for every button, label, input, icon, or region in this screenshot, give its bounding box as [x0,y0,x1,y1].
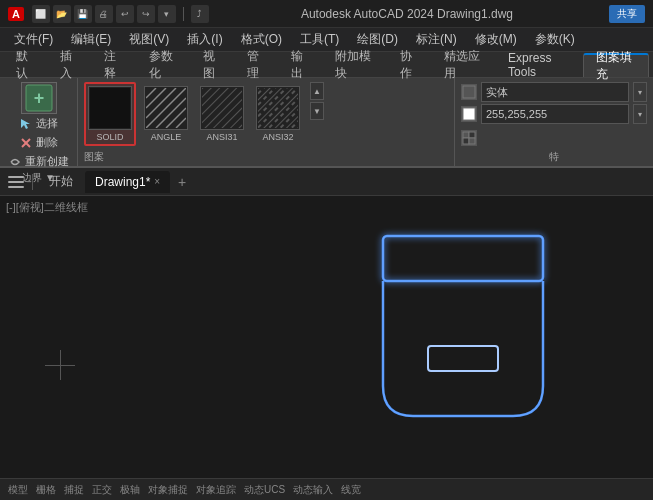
solid-label: SOLID [96,132,123,142]
tab-featured[interactable]: 精选应用 [432,53,496,77]
ribbon: + 选择 删除 重新创建 [0,78,653,168]
status-osnap[interactable]: 对象捕捉 [148,483,188,497]
app-title: Autodesk AutoCAD 2024 Drawing1.dwg [209,7,605,21]
type-row: ▾ [461,82,647,102]
status-grid[interactable]: 栅格 [36,483,56,497]
svg-rect-26 [383,236,543,281]
tab-collab[interactable]: 协作 [388,53,432,77]
properties-label: 特 [461,150,647,166]
svg-rect-14 [202,88,242,128]
svg-rect-19 [463,108,475,120]
color-input[interactable] [481,104,629,124]
tab-start-label: 开始 [49,173,73,190]
title-bar-icons: ⬜ 📂 💾 🖨 ↩ ↪ ▾ ⤴ [32,5,209,23]
tab-pattern-fill[interactable]: 图案填充 [583,53,649,77]
svg-rect-17 [258,88,298,128]
pattern-label: 图案 [84,150,448,166]
title-bar: A ⬜ 📂 💾 🖨 ↩ ↪ ▾ ⤴ Autodesk AutoCAD 2024 … [0,0,653,28]
pattern-ansi32[interactable]: ANSI32 [252,82,304,146]
pattern-items: SOLID ANGLE [84,82,448,148]
tab-start[interactable]: 开始 [39,169,83,194]
recreate-label: 重新创建 [25,154,69,169]
tab-insert[interactable]: 插入 [48,53,92,77]
close-drawing1-icon[interactable]: × [154,176,160,187]
tab-parametric[interactable]: 参数化 [137,53,191,77]
status-otrack[interactable]: 对象追踪 [196,483,236,497]
redo-icon[interactable]: ↪ [137,5,155,23]
menu-params[interactable]: 参数(K) [527,29,583,51]
status-polar[interactable]: 极轴 [120,483,140,497]
menu-bar: 文件(F) 编辑(E) 视图(V) 插入(I) 格式(O) 工具(T) 绘图(D… [0,28,653,52]
ansi32-thumb [256,86,300,130]
pattern-section: SOLID ANGLE [78,78,454,166]
status-lineweight[interactable]: 线宽 [341,483,361,497]
status-dynin[interactable]: 动态输入 [293,483,333,497]
drawing-svg [353,216,573,446]
tab-default[interactable]: 默认 [4,53,48,77]
delete-tool-row: 删除 [15,133,62,152]
ansi32-label: ANSI32 [262,132,293,142]
svg-marker-2 [21,119,30,129]
tab-drawing1[interactable]: Drawing1* × [85,171,170,193]
launch-icon[interactable]: ⤴ [191,5,209,23]
select-icon [19,117,33,131]
share-button[interactable]: 共享 [609,5,645,23]
snap-section: + 选择 删除 重新创建 [0,78,78,166]
pattern-angle[interactable]: ANGLE [140,82,192,146]
svg-rect-5 [90,88,130,128]
tab-manage[interactable]: 管理 [235,53,279,77]
svg-line-12 [176,118,186,128]
more-icon[interactable]: ▾ [158,5,176,23]
undo-icon[interactable]: ↩ [116,5,134,23]
status-snap[interactable]: 捕捉 [64,483,84,497]
main-drawing [353,216,573,449]
new-icon[interactable]: ⬜ [32,5,50,23]
svg-line-11 [166,108,186,128]
color-row: ▾ [461,104,647,124]
title-bar-left: A ⬜ 📂 💾 🖨 ↩ ↪ ▾ ⤴ [8,5,209,23]
hamburger-menu[interactable] [6,172,26,192]
extra-icons-row [461,130,647,146]
scroll-up-button[interactable]: ▲ [310,82,324,100]
color-dropdown-arrow[interactable]: ▾ [633,104,647,124]
svg-line-9 [146,88,156,98]
tab-view[interactable]: 视图 [191,53,235,77]
svg-line-8 [146,88,166,108]
type-input[interactable] [481,82,629,102]
doc-tabs: 开始 Drawing1* × + [0,168,653,196]
select-button[interactable]: 选择 [15,114,62,133]
svg-text:+: + [33,88,44,108]
svg-rect-18 [463,86,475,98]
svg-rect-23 [469,138,475,144]
print-icon[interactable]: 🖨 [95,5,113,23]
open-icon[interactable]: 📂 [53,5,71,23]
tab-output[interactable]: 输出 [279,53,323,77]
pattern-scroll: ▲ ▼ [310,82,324,120]
angle-thumb [144,86,188,130]
pattern-solid[interactable]: SOLID [84,82,136,146]
delete-label: 删除 [36,135,58,150]
type-dropdown-arrow[interactable]: ▾ [633,82,647,102]
tab-express-tools[interactable]: Express Tools [496,53,583,77]
delete-button[interactable]: 删除 [15,133,62,152]
snap-pick-button[interactable]: + [21,82,57,114]
select-tool-row: 选择 [15,114,62,133]
status-ortho[interactable]: 正交 [92,483,112,497]
canvas-area: [-][俯视]二维线框 [0,196,653,478]
status-model[interactable]: 模型 [8,483,28,497]
recreate-icon [8,155,22,169]
new-tab-button[interactable]: + [172,172,192,192]
crosshair-vertical [60,350,61,380]
scroll-down-button[interactable]: ▼ [310,102,324,120]
extra-icon-1[interactable] [461,130,477,146]
ansi31-thumb [200,86,244,130]
properties-section: ▾ ▾ 特 [454,78,653,166]
ansi31-label: ANSI31 [206,132,237,142]
select-label: 选择 [36,116,58,131]
pattern-ansi31[interactable]: ANSI31 [196,82,248,146]
status-dynucs[interactable]: 动态UCS [244,483,285,497]
svg-line-6 [146,88,186,128]
tab-addons[interactable]: 附加模块 [323,53,387,77]
save-icon[interactable]: 💾 [74,5,92,23]
tab-annotate[interactable]: 注释 [92,53,136,77]
